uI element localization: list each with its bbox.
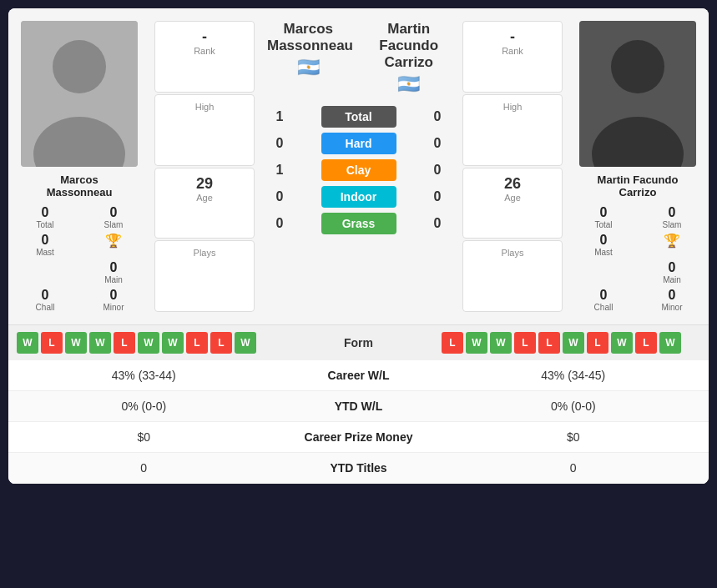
left-trophy-icon: 🏆 (105, 233, 122, 249)
right-stats-grid: 0 Total 0 Slam 0 Mast 🏆 0 (571, 205, 704, 312)
form-badge-w: W (490, 332, 512, 354)
right-player-name: Martin Facundo Carrizo (598, 173, 679, 199)
right-total-stat: 0 Total (571, 205, 636, 229)
right-mid-stats: - Rank High 26 Age Plays (458, 17, 567, 316)
right-player-section: Martin Facundo Carrizo 0 Total 0 Slam 0 … (567, 17, 709, 316)
right-high-box: High (462, 94, 563, 166)
left-slam-stat: 0 Slam (81, 205, 146, 229)
left-player-section: Marcos Massonneau 0 Total 0 Slam 0 Mast (8, 17, 150, 316)
clay-score-row: 1 Clay 0 (267, 159, 450, 181)
form-badge-l: L (442, 332, 463, 354)
hard-label: Hard (321, 133, 396, 154)
left-plays-box: Plays (154, 240, 255, 312)
form-badge-l: L (41, 332, 63, 354)
form-badge-w: W (65, 332, 87, 354)
left-form-badges: WLWWLWWLLW (17, 332, 275, 354)
form-label: Form (275, 336, 442, 349)
left-career-wl: 43% (33-44) (21, 369, 267, 382)
right-age-box: 26 Age (462, 168, 563, 239)
form-badge-w: W (138, 332, 159, 354)
left-player-name: Marcos Massonneau (47, 173, 113, 199)
left-player-avatar (21, 21, 138, 167)
career-wl-row: 43% (33-44) Career W/L 43% (34-45) (8, 360, 709, 391)
svg-point-1 (53, 40, 106, 93)
right-rank-box: - Rank (462, 21, 563, 93)
left-mast-stat: 0 Mast (13, 233, 78, 257)
form-badge-l: L (635, 332, 657, 354)
grass-label: Grass (321, 213, 396, 234)
right-flag: 🇦🇷 (367, 73, 450, 95)
left-stats-grid: 0 Total 0 Slam 0 Mast 🏆 0 (13, 205, 146, 312)
indoor-label: Indoor (321, 186, 396, 208)
right-prize: $0 (451, 430, 697, 444)
right-minor-stat: 0 Minor (639, 288, 704, 312)
right-plays-box: Plays (462, 240, 563, 312)
indoor-score-row: 0 Indoor 0 (267, 186, 450, 208)
score-rows: 1 Total 0 0 Hard 0 1 Clay 0 (267, 106, 450, 239)
form-badge-l: L (210, 332, 232, 354)
prize-row: $0 Career Prize Money $0 (8, 422, 709, 453)
form-badge-w: W (563, 332, 584, 354)
hard-score-row: 0 Hard 0 (267, 133, 450, 154)
right-trophy-icon: 🏆 (664, 233, 680, 249)
ytd-wl-row: 0% (0-0) YTD W/L 0% (0-0) (8, 391, 709, 422)
clay-label: Clay (321, 159, 396, 181)
top-section: Marcos Massonneau 0 Total 0 Slam 0 Mast (8, 8, 709, 325)
ytd-titles-row: 0 YTD Titles 0 (8, 453, 709, 484)
right-chall-stat: 0 Chall (571, 288, 636, 312)
right-slam-stat: 0 Slam (639, 205, 704, 229)
right-career-wl: 43% (34-45) (451, 369, 697, 382)
right-ytd-wl: 0% (0-0) (451, 400, 697, 413)
main-card: Marcos Massonneau 0 Total 0 Slam 0 Mast (8, 8, 709, 484)
left-ytd-wl: 0% (0-0) (21, 400, 267, 413)
left-high-box: High (154, 94, 255, 166)
left-rank-box: - Rank (154, 21, 255, 93)
left-minor-stat: 0 Minor (81, 288, 146, 312)
right-form-badges: LWWLLWLWLW (442, 332, 700, 354)
form-badge-w: W (611, 332, 633, 354)
page-container: Marcos Massonneau 0 Total 0 Slam 0 Mast (0, 0, 717, 492)
form-badge-l: L (186, 332, 208, 354)
right-mast-stat: 0 Mast (571, 233, 636, 257)
total-label: Total (321, 106, 396, 128)
center-scores-section: Marcos Massonneau 🇦🇷 Martin Facundo Carr… (259, 17, 458, 316)
left-trophy-icon-cell: 🏆 (81, 233, 146, 257)
left-flag: 🇦🇷 (267, 57, 350, 78)
form-badge-l: L (587, 332, 608, 354)
left-prize: $0 (21, 430, 267, 444)
form-badge-w: W (659, 332, 681, 354)
right-main-stat: 0 Main (639, 260, 704, 284)
left-ytd-titles: 0 (21, 461, 267, 475)
grass-score-row: 0 Grass 0 (267, 213, 450, 234)
form-badge-l: L (114, 332, 135, 354)
form-badge-w: W (162, 332, 184, 354)
left-mid-stats: - Rank High 29 Age Plays (150, 17, 259, 316)
ytd-titles-label: YTD Titles (267, 461, 451, 475)
svg-point-4 (611, 40, 664, 93)
right-player-avatar (579, 21, 696, 167)
left-chall-stat: 0 Chall (13, 288, 78, 312)
left-age-box: 29 Age (154, 168, 255, 239)
ytd-wl-label: YTD W/L (267, 400, 451, 413)
form-badge-l: L (538, 332, 560, 354)
career-wl-label: Career W/L (267, 369, 451, 382)
form-section: WLWWLWWLLW Form LWWLLWLWLW (8, 325, 709, 360)
form-badge-w: W (466, 332, 487, 354)
form-badge-l: L (514, 332, 536, 354)
prize-label: Career Prize Money (267, 430, 451, 444)
form-badge-w: W (17, 332, 38, 354)
form-badge-w: W (89, 332, 111, 354)
right-ytd-titles: 0 (451, 461, 697, 475)
left-total-stat: 0 Total (13, 205, 78, 229)
left-main-stat: 0 Main (81, 260, 146, 284)
right-trophy-icon-cell: 🏆 (639, 233, 704, 257)
center-right-name: Martin Facundo Carrizo (367, 21, 450, 71)
center-left-name: Marcos Massonneau (267, 21, 350, 54)
form-badge-w: W (235, 332, 256, 354)
total-score-row: 1 Total 0 (267, 106, 450, 128)
